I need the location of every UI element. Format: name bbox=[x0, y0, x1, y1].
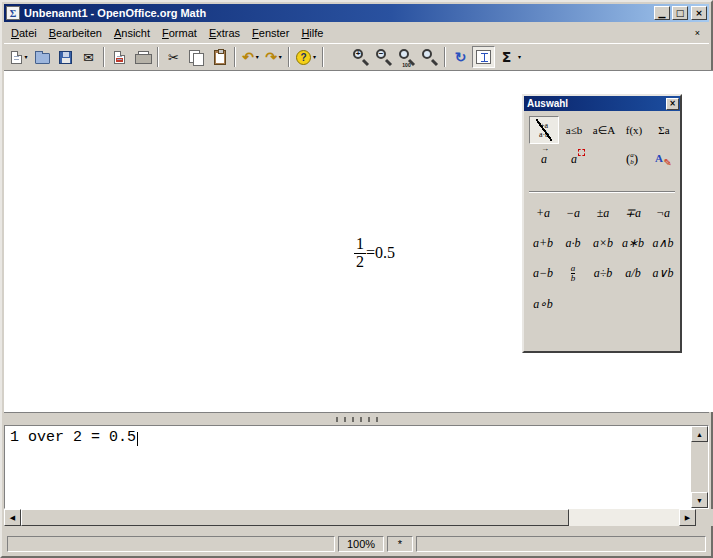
logical-and-button[interactable]: a∧b bbox=[648, 229, 678, 258]
toolbar-separator bbox=[322, 47, 324, 67]
category-set-operations-button[interactable]: a∈A bbox=[589, 116, 619, 144]
subtraction-button[interactable]: a−b bbox=[528, 259, 558, 288]
category-brackets-button[interactable]: ( a b ) bbox=[617, 145, 647, 173]
print-button[interactable] bbox=[131, 46, 154, 68]
menu-fenster[interactable]: Fenster bbox=[246, 24, 295, 42]
formula-cursor-icon bbox=[476, 50, 491, 64]
scrollbar-corner bbox=[696, 509, 713, 526]
palette-close-button[interactable]: × bbox=[666, 98, 679, 110]
horizontal-scrollbar[interactable]: ◀ ▶ bbox=[4, 509, 696, 526]
fraction-numerator: 1 bbox=[354, 236, 366, 253]
help-icon: ? bbox=[296, 50, 311, 65]
multiplication-button[interactable]: a×b bbox=[588, 229, 618, 258]
undo-arrow-icon: ↶ bbox=[242, 49, 254, 65]
copy-button[interactable] bbox=[185, 46, 208, 68]
logical-or-button[interactable]: a∨b bbox=[648, 259, 678, 288]
scroll-down-button[interactable]: ▼ bbox=[691, 492, 708, 508]
copy-icon bbox=[189, 50, 204, 65]
not-button[interactable]: ¬a bbox=[648, 199, 678, 228]
category-misc-button[interactable]: A ✎ bbox=[647, 145, 677, 173]
help-button[interactable]: ? ▾ bbox=[293, 46, 319, 68]
new-document-button[interactable]: ▾ bbox=[8, 46, 31, 68]
menu-extras[interactable]: Extras bbox=[203, 24, 246, 42]
category-functions-button[interactable]: f(x) bbox=[619, 116, 649, 144]
menu-bearbeiten[interactable]: Bearbeiten bbox=[43, 24, 108, 42]
export-pdf-icon bbox=[114, 51, 125, 64]
redo-button[interactable]: ↷ ▾ bbox=[262, 46, 285, 68]
palette-titlebar[interactable]: Auswahl × bbox=[524, 96, 680, 111]
formula-cursor-button[interactable] bbox=[472, 46, 495, 68]
zoom-out-icon: − bbox=[375, 49, 392, 66]
minus-plus-button[interactable]: ∓a bbox=[618, 199, 648, 228]
document-close-button[interactable]: × bbox=[690, 26, 705, 40]
splitter bbox=[4, 412, 709, 425]
addition-button[interactable]: a+b bbox=[528, 229, 558, 258]
category-unary-binary-button[interactable]: +a a·b bbox=[529, 116, 559, 144]
scroll-left-button[interactable]: ◀ bbox=[4, 509, 21, 526]
zoom-page-button[interactable] bbox=[418, 46, 441, 68]
maximize-button[interactable]: □ bbox=[672, 6, 688, 20]
plus-minus-button[interactable]: ±a bbox=[588, 199, 618, 228]
category-attributes-button[interactable]: a → bbox=[529, 145, 559, 173]
document-canvas[interactable]: 1 2 =0.5 Auswahl × +a a·b a≤b a∈ bbox=[4, 70, 713, 412]
menu-datei[interactable]: Datei bbox=[5, 24, 43, 42]
horizontal-scroll-thumb[interactable] bbox=[21, 509, 569, 526]
toolbar-separator bbox=[288, 47, 290, 67]
minimize-button[interactable]: ▁ bbox=[654, 6, 670, 20]
splitter-handle[interactable] bbox=[336, 417, 378, 422]
paste-button[interactable] bbox=[208, 46, 231, 68]
formats-icon: a bbox=[571, 152, 577, 167]
menu-ansicht[interactable]: Ansicht bbox=[108, 24, 156, 42]
status-zoom-field[interactable]: 100% bbox=[338, 536, 384, 552]
chevron-down-icon: ▾ bbox=[256, 54, 259, 60]
refresh-button[interactable]: ↻ bbox=[449, 46, 472, 68]
command-window: 1 over 2 = 0.5 ▲ ▼ bbox=[4, 425, 709, 509]
zoom-100-icon: 100 bbox=[398, 49, 415, 66]
menu-format[interactable]: Format bbox=[156, 24, 203, 42]
email-button[interactable]: ✉ bbox=[77, 46, 100, 68]
redo-arrow-icon: ↷ bbox=[265, 49, 277, 65]
fraction-button[interactable]: a b bbox=[558, 259, 588, 288]
division-button[interactable]: a÷b bbox=[588, 259, 618, 288]
zoom-in-button[interactable]: + bbox=[349, 46, 372, 68]
palette-category-row: a → a ( a b ) bbox=[529, 145, 677, 173]
fraction-denominator: 2 bbox=[354, 253, 366, 271]
refresh-icon: ↻ bbox=[455, 49, 467, 65]
open-button[interactable] bbox=[31, 46, 54, 68]
close-button[interactable]: × bbox=[691, 6, 707, 20]
category-formats-button[interactable]: a bbox=[559, 145, 589, 173]
category-relations-button[interactable]: a≤b bbox=[559, 116, 589, 144]
unary-minus-button[interactable]: −a bbox=[558, 199, 588, 228]
vertical-scrollbar[interactable]: ▲ ▼ bbox=[691, 426, 708, 508]
toolbar-more-button[interactable]: ▾ bbox=[518, 54, 521, 60]
menu-hilfe[interactable]: Hilfe bbox=[295, 24, 329, 42]
dot-product-button[interactable]: a·b bbox=[558, 229, 588, 258]
cut-button[interactable]: ✂ bbox=[162, 46, 185, 68]
text-cursor bbox=[137, 432, 138, 446]
export-pdf-button[interactable] bbox=[108, 46, 131, 68]
math-window: Σ Unbenannt1 - OpenOffice.org Math ▁ □ ×… bbox=[0, 0, 713, 558]
scroll-up-button[interactable]: ▲ bbox=[691, 426, 708, 442]
command-editor[interactable]: 1 over 2 = 0.5 bbox=[5, 426, 691, 508]
unary-binary-icon: +a a·b bbox=[537, 120, 551, 140]
zoom-100-button[interactable]: 100 bbox=[395, 46, 418, 68]
slash-division-button[interactable]: a/b bbox=[618, 259, 648, 288]
titlebar[interactable]: Σ Unbenannt1 - OpenOffice.org Math ▁ □ × bbox=[4, 4, 709, 22]
symbols-button[interactable]: Σ bbox=[495, 46, 518, 68]
unary-plus-button[interactable]: +a bbox=[528, 199, 558, 228]
status-extra-field bbox=[416, 536, 706, 552]
zoom-out-button[interactable]: − bbox=[372, 46, 395, 68]
save-button[interactable] bbox=[54, 46, 77, 68]
scroll-right-button[interactable]: ▶ bbox=[679, 509, 696, 526]
save-floppy-icon bbox=[59, 51, 72, 64]
composition-button[interactable]: a∘b bbox=[528, 290, 558, 319]
scissors-icon: ✂ bbox=[168, 50, 179, 65]
undo-button[interactable]: ↶ ▾ bbox=[239, 46, 262, 68]
zoom-in-icon: + bbox=[352, 49, 369, 66]
asterisk-product-button[interactable]: a∗b bbox=[618, 229, 648, 258]
category-operators-button[interactable]: Σa bbox=[649, 116, 679, 144]
chevron-down-icon: ▾ bbox=[24, 54, 27, 60]
brackets-icon: ( a b ) bbox=[626, 151, 638, 167]
chevron-down-icon: ▾ bbox=[279, 54, 282, 60]
toolbar-separator bbox=[234, 47, 236, 67]
